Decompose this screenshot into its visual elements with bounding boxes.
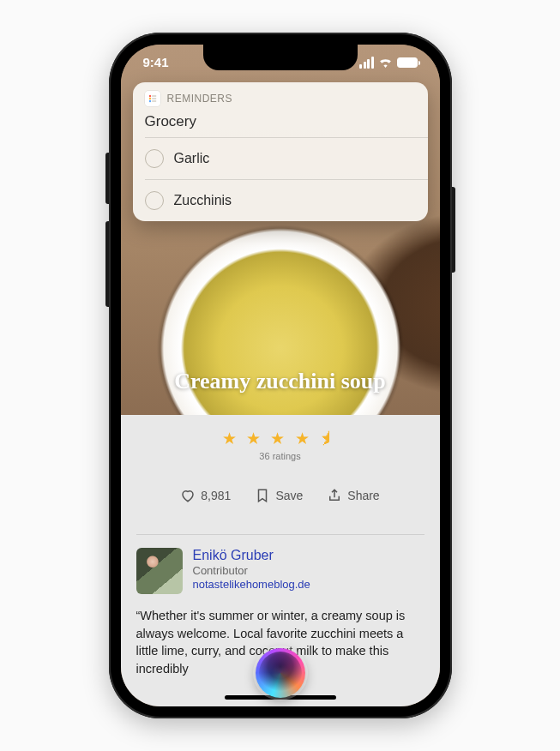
reminder-checkbox[interactable] <box>145 149 164 168</box>
bookmark-icon <box>255 488 270 503</box>
share-label: Share <box>347 489 379 502</box>
reminders-card[interactable]: REMINDERS Grocery Garlic Zucchinis <box>133 82 428 221</box>
reminders-list-title: Grocery <box>133 113 428 137</box>
svg-point-0 <box>148 95 150 97</box>
reminders-app-icon <box>145 91 160 106</box>
svg-point-1 <box>148 98 150 99</box>
signal-icon <box>359 57 374 69</box>
share-icon <box>327 488 342 503</box>
siri-orb[interactable] <box>256 648 305 698</box>
author-role: Contributor <box>193 564 310 577</box>
reminder-checkbox[interactable] <box>145 191 164 210</box>
wifi-icon <box>378 57 393 68</box>
author-link[interactable]: notastelikehomeblog.de <box>193 578 310 591</box>
svg-point-2 <box>148 100 150 102</box>
reminder-item[interactable]: Zucchinis <box>145 179 428 221</box>
screen: 9:41 REMINDERS Grocery <box>121 45 440 706</box>
share-button[interactable]: Share <box>327 488 379 503</box>
status-time: 9:41 <box>143 55 169 69</box>
phone-frame: 9:41 REMINDERS Grocery <box>109 33 452 718</box>
author-avatar[interactable] <box>136 548 183 594</box>
svg-rect-5 <box>152 100 156 101</box>
reminders-app-label: REMINDERS <box>167 93 233 105</box>
reminder-item[interactable]: Garlic <box>145 137 428 179</box>
heart-icon <box>180 488 196 503</box>
recipe-title: Creamy zucchini soup <box>121 369 440 394</box>
like-count: 8,981 <box>201 489 231 502</box>
svg-rect-4 <box>152 98 156 99</box>
divider <box>136 534 425 535</box>
save-label: Save <box>275 489 303 502</box>
save-button[interactable]: Save <box>255 488 303 503</box>
reminder-item-label: Zucchinis <box>174 193 232 208</box>
like-button[interactable]: 8,981 <box>180 488 231 503</box>
reminder-item-label: Garlic <box>174 151 210 166</box>
svg-rect-3 <box>152 95 156 96</box>
notch <box>203 45 358 70</box>
battery-icon <box>397 57 418 68</box>
author-name[interactable]: Enikö Gruber <box>193 548 310 563</box>
star-rating[interactable]: ★ ★ ★ ★ ⯨ <box>121 429 440 448</box>
rating-count: 36 ratings <box>121 451 440 461</box>
